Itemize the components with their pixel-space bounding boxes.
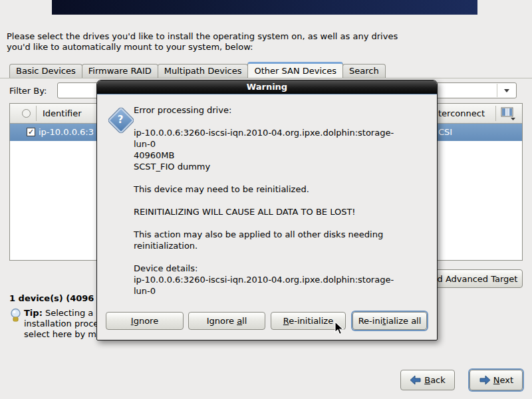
label-post: ack <box>430 375 446 385</box>
device-row-identifier: ip-10.0.0.6:3 <box>39 127 94 137</box>
message-line <box>134 217 433 229</box>
label-mnemonic: a <box>237 316 242 326</box>
ignore-all-button[interactable]: Ignore all <box>188 312 265 330</box>
tab-search[interactable]: Search <box>342 64 386 78</box>
column-header-interconnect[interactable]: terconnect <box>438 108 485 118</box>
message-line: lun-0 <box>134 138 433 150</box>
add-advanced-target-label: d Advanced Target <box>438 274 518 284</box>
chevron-down-icon <box>504 89 509 92</box>
mouse-cursor <box>334 321 345 338</box>
label-post: ext <box>500 375 514 385</box>
tab-firmware-raid[interactable]: Firmware RAID <box>82 64 158 78</box>
columns-selector-icon[interactable] <box>501 107 517 122</box>
label-post: ll <box>242 316 247 326</box>
filter-by-label: Filter By: <box>9 86 47 96</box>
label-post: ialize all <box>386 316 421 326</box>
label-pre: Re-ini <box>358 316 383 326</box>
select-all-radio[interactable] <box>22 109 31 118</box>
next-button[interactable]: Next <box>469 370 523 390</box>
instructions-line2: you'd like to automatically mount to you… <box>7 42 398 53</box>
tab-multipath-devices[interactable]: Multipath Devices <box>158 64 249 78</box>
tip-line3: select here by m <box>24 329 98 340</box>
label-pre: Ignore <box>207 316 237 326</box>
message-line <box>134 251 433 263</box>
lightbulb-icon <box>9 308 22 325</box>
message-line <box>134 116 433 127</box>
warning-dialog: Warning ? Error processing drive: ip-10.… <box>96 80 438 340</box>
message-line: lun-0 <box>134 285 433 297</box>
tip-line1-rest: Selecting a <box>43 308 93 318</box>
message-line: REINITIALIZING WILL CAUSE ALL DATA TO BE… <box>134 206 433 217</box>
installer-window: Please select the drives you'd like to i… <box>0 0 532 399</box>
tip-text: Tip: Selecting a installation proce sele… <box>24 308 98 340</box>
question-mark: ? <box>106 106 134 134</box>
message-line: reinitialization. <box>134 240 433 251</box>
header-separator <box>495 106 496 121</box>
message-line: Error processing drive: <box>134 104 433 116</box>
instructions-line1: Please select the drives you'd like to i… <box>7 31 398 42</box>
device-row-interconnect: CSI <box>438 127 452 137</box>
label-mnemonic: N <box>493 375 500 385</box>
instructions-text: Please select the drives you'd like to i… <box>7 31 398 53</box>
add-advanced-target-button[interactable]: d Advanced Target <box>432 269 523 288</box>
tab-basic-devices[interactable]: Basic Devices <box>9 64 82 78</box>
reinitialize-all-button[interactable]: Re-initialize all <box>352 312 427 330</box>
arrow-right-icon <box>479 374 491 386</box>
tip-line2: installation proce <box>24 319 98 329</box>
message-line: SCST_FIO dummy <box>134 161 433 172</box>
device-tabs: Basic Devices Firmware RAID Multipath De… <box>9 61 385 78</box>
filter-dropdown-button[interactable] <box>497 84 515 97</box>
arrow-left-icon <box>410 374 422 386</box>
label-post: gnore <box>134 316 159 326</box>
tip-line1: Tip: Selecting a <box>24 308 98 319</box>
ignore-button[interactable]: Ignore <box>106 312 184 330</box>
label-post: e-initialize <box>289 316 333 326</box>
dialog-message: Error processing drive: ip-10.0.0.6:3260… <box>134 104 433 297</box>
message-line: This action may also be applied to all o… <box>134 229 433 240</box>
notebook-border <box>0 78 532 78</box>
message-line: This device may need to be reinitialized… <box>134 184 433 195</box>
tip-label: Tip: <box>24 308 43 318</box>
dialog-title: Warning <box>247 82 287 92</box>
message-line <box>134 195 433 206</box>
label-mnemonic: B <box>424 375 430 385</box>
tab-other-san-devices[interactable]: Other SAN Devices <box>247 62 343 78</box>
message-line: 40960MB <box>134 150 433 161</box>
device-row-checkbox[interactable]: ✓ <box>27 128 35 136</box>
header-banner <box>52 0 477 15</box>
column-header-identifier[interactable]: Identifier <box>43 108 82 118</box>
back-button[interactable]: Back <box>400 370 455 390</box>
message-line: Device details: <box>134 263 433 274</box>
header-separator <box>36 106 37 121</box>
question-diamond-icon: ? <box>106 106 134 134</box>
message-line <box>134 172 433 184</box>
device-count-summary: 1 device(s) (4096 <box>9 293 94 303</box>
message-line: ip-10.0.0.6:3260-iscsi-iqn.2010-04.org.i… <box>134 274 433 285</box>
message-line: ip-10.0.0.6:3260-iscsi-iqn.2010-04.org.i… <box>134 127 433 138</box>
label-mnemonic: R <box>283 316 289 326</box>
dialog-titlebar[interactable]: Warning <box>97 80 437 94</box>
